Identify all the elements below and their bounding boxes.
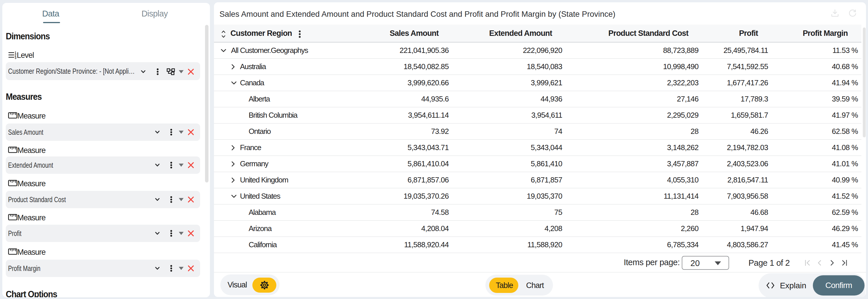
svg-text:3: 3 — [15, 56, 17, 59]
